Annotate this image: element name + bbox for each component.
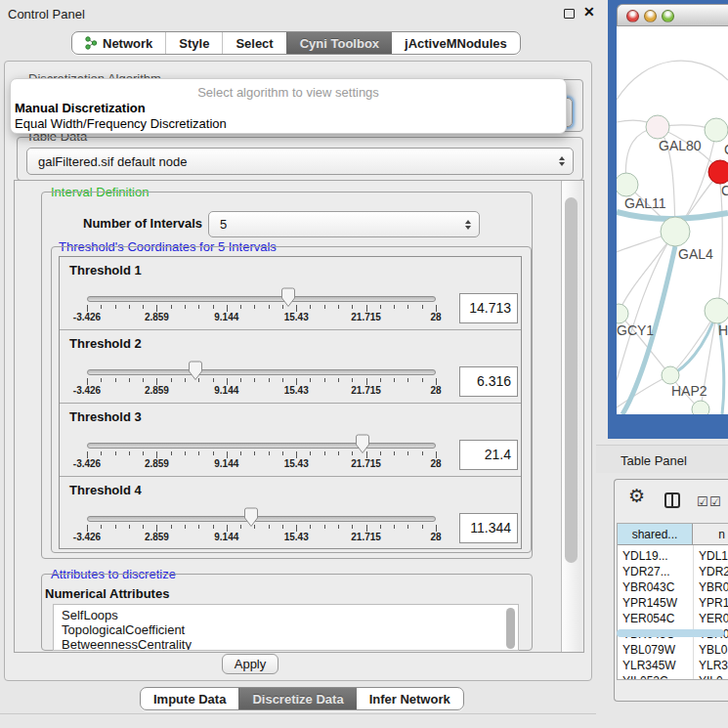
table-cell[interactable]: YPR145W	[622, 596, 677, 610]
major-tick	[87, 451, 88, 458]
attribute-list-item[interactable]: BetweennessCentrality	[62, 637, 192, 651]
threshold-label: Threshold 1	[69, 263, 142, 278]
minor-tick	[240, 451, 241, 455]
algorithm-option-manual-discretization[interactable]: Manual Discretization	[15, 101, 146, 115]
float-icon[interactable]	[564, 9, 575, 19]
minor-tick	[407, 378, 408, 382]
table-cell[interactable]: YDR27...	[622, 565, 670, 578]
network-node-red[interactable]	[708, 160, 728, 184]
column-layout-icon[interactable]	[664, 492, 680, 508]
major-tick	[366, 378, 367, 385]
slider-thumb[interactable]	[243, 507, 259, 528]
table-cell[interactable]: YDR2	[699, 565, 728, 578]
minimize-traffic-light-icon[interactable]	[644, 10, 657, 22]
list-scrollbar-thumb[interactable]	[506, 608, 515, 649]
network-node-green[interactable]	[692, 401, 709, 414]
slider-thumb[interactable]	[355, 434, 370, 454]
major-tick	[366, 305, 367, 312]
table-data-combobox[interactable]: galFiltered.sif default node	[26, 148, 574, 175]
scrollbar-thumb[interactable]	[565, 197, 578, 563]
minor-tick	[394, 305, 395, 309]
threshold-value-field[interactable]: 11.344	[459, 513, 518, 543]
slider-thumb[interactable]	[280, 287, 296, 308]
minor-tick	[240, 305, 241, 309]
tab-jactivemnodules[interactable]: jActiveMNodules	[392, 32, 520, 54]
table-cell[interactable]: YIL0	[699, 674, 723, 680]
threshold-value-field[interactable]: 14.713	[459, 293, 518, 323]
network-canvas[interactable]: GAL80GACGAL11GAL4GCY1HHAP2	[617, 26, 728, 414]
table-cell[interactable]: YDL19...	[622, 549, 668, 563]
table-cell[interactable]: YER0	[699, 612, 728, 625]
minor-tick	[115, 378, 116, 382]
slider-track[interactable]	[87, 443, 436, 449]
network-node-green[interactable]	[617, 304, 628, 323]
table-cell[interactable]: YER054C	[622, 612, 674, 625]
table-cell[interactable]: YBR0	[699, 580, 728, 594]
node-label-c: C	[721, 183, 728, 198]
table-cell[interactable]: YBL0	[699, 643, 727, 657]
tab-cyni-toolbox[interactable]: Cyni Toolbox	[286, 32, 392, 54]
network-node-green[interactable]	[661, 217, 690, 246]
close-icon[interactable]: ✕	[583, 4, 595, 20]
attribute-list-item[interactable]: TopologicalCoefficient	[62, 622, 185, 637]
slider-thumb[interactable]	[188, 361, 203, 381]
algorithm-option-equal-width-frequency-discretization[interactable]: Equal Width/Frequency Discretization	[15, 116, 227, 131]
minor-tick	[240, 378, 241, 382]
tick-label: 28	[413, 532, 458, 542]
tab-discretize-data[interactable]: Discretize Data	[238, 688, 356, 709]
tab-style[interactable]: Style	[165, 32, 222, 54]
checkbox-icon[interactable]: ☑	[697, 494, 708, 509]
network-node-green[interactable]	[705, 118, 728, 142]
threshold-value-field[interactable]: 6.316	[459, 366, 518, 397]
attribute-list-item[interactable]: SelfLoops	[62, 608, 118, 622]
column-header-shared[interactable]: shared...	[618, 524, 693, 545]
slider-track[interactable]	[87, 516, 436, 522]
node-label-gal4: GAL4	[678, 246, 713, 262]
minor-tick	[324, 451, 325, 455]
network-node-green[interactable]	[662, 366, 679, 384]
table-cell[interactable]: YIL052C	[622, 674, 668, 680]
table-cell[interactable]: YLR345W	[622, 659, 676, 672]
table-panel-titlebar: Table Panel	[596, 445, 728, 473]
threshold-value-field[interactable]: 21.4	[459, 440, 518, 470]
table-horizontal-scrollbar[interactable]	[617, 629, 724, 637]
table-cell[interactable]: YBR043C	[622, 580, 674, 594]
combo-arrows-icon	[465, 212, 471, 236]
network-edge[interactable]	[617, 375, 670, 407]
tick-label: -3.426	[64, 312, 109, 322]
column-header-n[interactable]: n	[693, 524, 728, 545]
network-edge[interactable]	[717, 184, 722, 311]
table-cell[interactable]: YDL1	[699, 549, 728, 563]
network-node-pink[interactable]	[646, 115, 669, 139]
close-traffic-light-icon[interactable]	[626, 10, 639, 22]
slider-track[interactable]	[87, 296, 436, 302]
network-node-green[interactable]	[617, 173, 638, 196]
table-cell[interactable]: YBL079W	[622, 643, 675, 657]
screen: Control Panel ✕ NetworkStyleSelectCyni T…	[0, 0, 728, 728]
number-of-intervals-combobox[interactable]: 5	[208, 211, 480, 237]
network-node-green[interactable]	[705, 298, 728, 323]
table-cell[interactable]: YPR1	[699, 596, 728, 610]
network-window-titlebar[interactable]	[617, 4, 728, 26]
tab-infer-network[interactable]: Infer Network	[357, 688, 463, 709]
tab-impute-data[interactable]: Impute Data	[141, 688, 238, 709]
apply-button[interactable]: Apply	[222, 654, 278, 674]
tick-label: -3.426	[64, 385, 109, 396]
minor-tick	[310, 525, 311, 529]
tick-label: 9.144	[204, 385, 249, 396]
checkbox-icon[interactable]: ☑	[709, 494, 721, 509]
main-vertical-scrollbar[interactable]	[561, 181, 580, 652]
tab-select[interactable]: Select	[222, 32, 285, 54]
node-table[interactable]: shared...nYDL19...YDL1YDR27...YDR2YBR043…	[617, 523, 728, 680]
network-edge[interactable]	[617, 61, 728, 100]
minor-tick	[380, 305, 381, 309]
tab-network[interactable]: Network	[72, 32, 165, 54]
zoom-traffic-light-icon[interactable]	[662, 10, 674, 22]
tick-label: 28	[413, 458, 458, 469]
table-cell[interactable]: YLR3	[699, 659, 728, 672]
threshold-label: Threshold 4	[69, 483, 142, 497]
numerical-attributes-list[interactable]: SelfLoopsTopologicalCoefficientBetweenne…	[53, 604, 519, 651]
minor-tick	[171, 378, 172, 382]
slider-track[interactable]	[87, 369, 436, 375]
gear-icon[interactable]: ⚙	[628, 485, 645, 507]
